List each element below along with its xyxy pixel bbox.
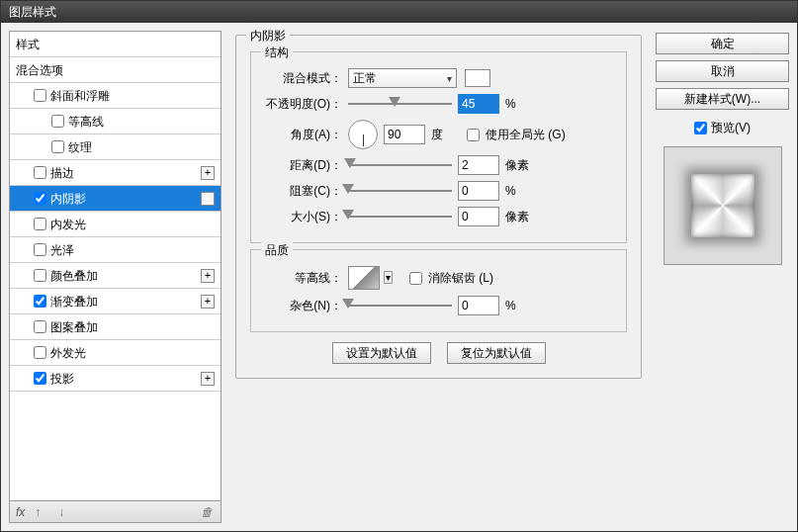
texture-sub-item[interactable]: 纹理 [10, 134, 221, 160]
titlebar[interactable]: 图层样式 [1, 1, 797, 23]
distance-unit: 像素 [505, 157, 535, 174]
contour-picker[interactable] [348, 266, 380, 290]
quality-legend: 品质 [261, 242, 293, 259]
reset-default-button[interactable]: 复位为默认值 [447, 342, 546, 364]
fx-label[interactable]: fx [16, 505, 25, 519]
choke-slider[interactable] [348, 184, 452, 198]
new-style-button[interactable]: 新建样式(W)... [656, 88, 789, 110]
distance-input[interactable] [458, 155, 499, 175]
add-icon[interactable]: + [201, 372, 215, 386]
pattern-overlay-item[interactable]: 图案叠加 [10, 314, 221, 340]
stroke-item[interactable]: 描边+ [10, 160, 221, 186]
gradient-overlay-item[interactable]: 渐变叠加+ [10, 289, 221, 314]
angle-dial[interactable] [348, 120, 378, 149]
contour-sub-item[interactable]: 等高线 [10, 109, 221, 134]
add-icon[interactable]: + [201, 295, 215, 309]
angle-input[interactable] [384, 125, 425, 144]
angle-unit: 度 [431, 127, 461, 143]
defaults-row: 设置为默认值 复位为默认值 [250, 342, 627, 364]
contour-checkbox[interactable] [51, 115, 64, 128]
size-unit: 像素 [505, 209, 535, 225]
arrow-up-icon[interactable]: ↑ [35, 505, 48, 519]
ok-button[interactable]: 确定 [656, 33, 789, 54]
right-panel: 确定 取消 新建样式(W)... 预览(V) [656, 31, 789, 523]
texture-checkbox[interactable] [51, 140, 64, 153]
preview-thumbnail [691, 174, 754, 237]
distance-label: 距离(D)： [263, 157, 342, 174]
opacity-row: 不透明度(O)： % [263, 94, 614, 114]
layer-style-dialog: 图层样式 样式 混合选项 斜面和浮雕 等高线 纹理 描边+ 内阴影+ 内发光 光… [0, 0, 798, 532]
satin-item[interactable]: 光泽 [10, 237, 221, 263]
add-icon[interactable]: + [201, 166, 215, 180]
arrow-down-icon[interactable]: ↓ [58, 505, 72, 519]
trash-icon[interactable]: 🗑 [201, 505, 215, 519]
add-icon[interactable]: + [201, 269, 215, 283]
noise-slider[interactable] [348, 299, 452, 312]
size-slider[interactable] [348, 210, 452, 223]
styles-header[interactable]: 样式 [10, 32, 221, 57]
size-row: 大小(S)： 像素 [263, 207, 614, 226]
global-light-label: 使用全局光 (G) [486, 127, 566, 143]
preview-checkbox[interactable] [694, 122, 707, 134]
choke-label: 阻塞(C)： [263, 183, 342, 200]
inner-shadow-item[interactable]: 内阴影+ [10, 186, 221, 212]
styles-list: 样式 混合选项 斜面和浮雕 等高线 纹理 描边+ 内阴影+ 内发光 光泽 颜色叠… [9, 31, 222, 501]
outer-glow-item[interactable]: 外发光 [10, 340, 221, 366]
global-light-checkbox[interactable] [467, 129, 480, 141]
set-default-button[interactable]: 设置为默认值 [332, 342, 431, 364]
color-overlay-item[interactable]: 颜色叠加+ [10, 263, 221, 289]
blend-options-item[interactable]: 混合选项 [10, 57, 221, 83]
left-panel: 样式 混合选项 斜面和浮雕 等高线 纹理 描边+ 内阴影+ 内发光 光泽 颜色叠… [9, 31, 222, 523]
inner-shadow-fieldset: 内阴影 结构 混合模式： 正常 不透明度(O)： % [235, 35, 642, 379]
bevel-emboss-checkbox[interactable] [34, 89, 46, 102]
center-panel: 内阴影 结构 混合模式： 正常 不透明度(O)： % [229, 31, 648, 523]
drop-shadow-checkbox[interactable] [34, 372, 46, 385]
opacity-unit: % [505, 97, 535, 111]
noise-label: 杂色(N)： [263, 298, 342, 314]
opacity-slider[interactable] [348, 97, 452, 111]
inner-shadow-checkbox[interactable] [34, 192, 46, 205]
drop-shadow-item[interactable]: 投影+ [10, 366, 221, 392]
shadow-color-swatch[interactable] [465, 69, 490, 87]
antialias-checkbox[interactable] [409, 272, 422, 285]
window-title: 图层样式 [9, 5, 56, 19]
distance-row: 距离(D)： 像素 [263, 155, 614, 175]
choke-unit: % [505, 184, 535, 198]
size-label: 大小(S)： [263, 209, 342, 225]
quality-fieldset: 品质 等高线： 消除锯齿 (L) 杂色(N)： % [250, 249, 627, 332]
blend-mode-select[interactable]: 正常 [348, 68, 457, 88]
inner-glow-checkbox[interactable] [34, 218, 46, 230]
list-footer: fx ↑ ↓ 🗑 [9, 501, 222, 523]
structure-legend: 结构 [261, 44, 293, 61]
size-input[interactable] [458, 207, 499, 226]
panel-title: 内阴影 [246, 28, 290, 44]
pattern-overlay-checkbox[interactable] [34, 320, 46, 333]
satin-checkbox[interactable] [34, 243, 46, 256]
structure-fieldset: 结构 混合模式： 正常 不透明度(O)： % 角度(A)： [250, 51, 627, 243]
add-icon[interactable]: + [201, 192, 215, 206]
outer-glow-checkbox[interactable] [34, 346, 46, 359]
distance-slider[interactable] [348, 158, 452, 172]
blend-mode-label: 混合模式： [263, 70, 342, 87]
preview-toggle: 预览(V) [656, 120, 789, 136]
color-overlay-checkbox[interactable] [34, 269, 46, 282]
choke-row: 阻塞(C)： % [263, 181, 614, 201]
dialog-content: 样式 混合选项 斜面和浮雕 等高线 纹理 描边+ 内阴影+ 内发光 光泽 颜色叠… [1, 23, 797, 531]
inner-glow-item[interactable]: 内发光 [10, 212, 221, 237]
noise-input[interactable] [458, 296, 499, 315]
bevel-emboss-item[interactable]: 斜面和浮雕 [10, 83, 221, 109]
blend-mode-row: 混合模式： 正常 [263, 68, 614, 88]
cancel-button[interactable]: 取消 [656, 60, 789, 82]
noise-row: 杂色(N)： % [263, 296, 614, 315]
stroke-checkbox[interactable] [34, 166, 46, 179]
opacity-input[interactable] [458, 94, 499, 114]
antialias-label: 消除锯齿 (L) [428, 270, 493, 287]
angle-label: 角度(A)： [263, 127, 342, 143]
contour-label: 等高线： [263, 270, 342, 287]
gradient-overlay-checkbox[interactable] [34, 295, 46, 308]
opacity-label: 不透明度(O)： [263, 96, 342, 113]
noise-unit: % [505, 299, 535, 312]
preview-box [664, 146, 782, 265]
preview-label: 预览(V) [711, 120, 751, 136]
choke-input[interactable] [458, 181, 499, 201]
